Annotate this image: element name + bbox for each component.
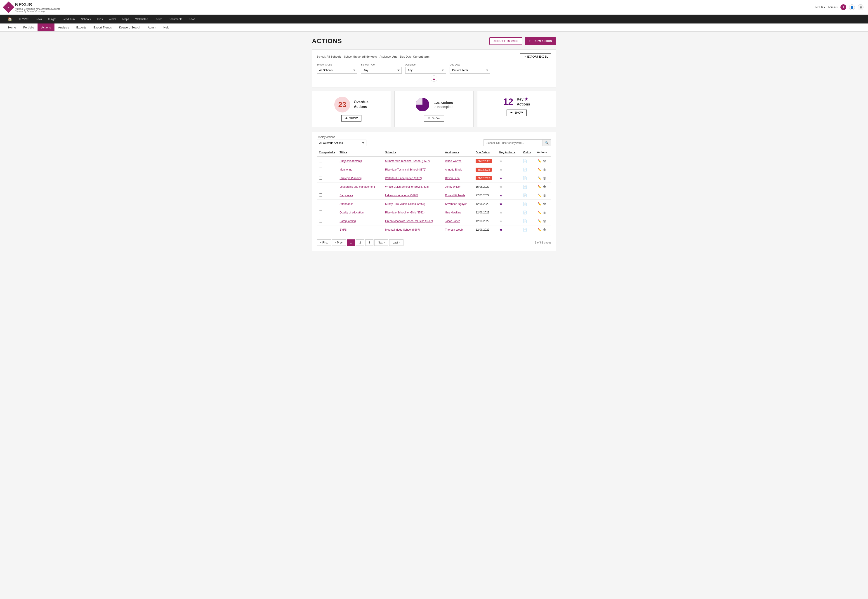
search-input[interactable] <box>484 140 542 146</box>
visit-doc-empty[interactable]: 📄 <box>523 211 527 214</box>
title-link[interactable]: EYFS <box>340 228 347 231</box>
completed-checkbox[interactable] <box>319 228 322 231</box>
school-link[interactable]: Summerville Technical School (3627) <box>385 160 430 163</box>
key-action-star-empty[interactable]: ★ <box>499 168 503 172</box>
delete-icon[interactable]: 🗑 <box>543 219 546 223</box>
nav1-nova[interactable]: Nova <box>32 15 45 23</box>
nav1-pendulum[interactable]: Pendulum <box>59 15 78 23</box>
assignee-link[interactable]: Jacob Jones <box>445 220 460 223</box>
next-page-button[interactable]: Next › <box>374 239 388 246</box>
delete-icon[interactable]: 🗑 <box>543 194 546 197</box>
first-page-button[interactable]: « First <box>317 239 331 246</box>
nav2-keyword-search[interactable]: Keyword Search <box>115 24 144 32</box>
assignee-link[interactable]: Wade Warren <box>445 160 462 163</box>
edit-icon[interactable]: ✏️ <box>537 228 541 232</box>
edit-icon[interactable]: ✏️ <box>537 185 541 189</box>
user-icon[interactable]: 👤 <box>849 4 855 10</box>
key-action-star-filled[interactable]: ★ <box>499 193 503 197</box>
delete-icon[interactable]: 🗑 <box>543 228 546 232</box>
delete-icon[interactable]: 🗑 <box>543 159 546 163</box>
nav2-actions[interactable]: Actions <box>38 24 54 32</box>
visit-doc-icon[interactable]: 📄 <box>523 202 527 206</box>
school-link[interactable]: Whale Gulch School for Boys (7535) <box>385 185 429 188</box>
nav1-keypas[interactable]: KEYPAS <box>15 15 32 23</box>
edit-icon[interactable]: ✏️ <box>537 219 541 223</box>
actions-show-button[interactable]: 👁 SHOW <box>424 115 444 122</box>
assignee-link[interactable]: Savannah Nguyen <box>445 202 468 206</box>
school-link[interactable]: Lakewood Academy (5268) <box>385 194 418 197</box>
visit-doc-empty[interactable]: 📄 <box>523 228 527 232</box>
school-link[interactable]: Riverdale Technical School (8372) <box>385 168 426 171</box>
nav1-home[interactable]: 🏠 <box>5 15 15 24</box>
completed-checkbox[interactable] <box>319 193 322 197</box>
school-link[interactable]: Mountainridge School (6567) <box>385 228 420 231</box>
completed-checkbox[interactable] <box>319 185 322 188</box>
assignee-link[interactable]: Guy Hawkins <box>445 211 461 214</box>
about-page-button[interactable]: ABOUT THIS PAGE <box>489 37 522 45</box>
new-action-button[interactable]: ✚ + NEW ACTION <box>525 37 556 45</box>
title-link[interactable]: Attendance <box>340 202 353 206</box>
nav1-schools[interactable]: Schools <box>78 15 94 23</box>
assignee-select[interactable]: Any Assignee 1 Assignee 2 <box>405 67 446 74</box>
edit-icon[interactable]: ✏️ <box>537 168 541 172</box>
visit-doc-icon[interactable]: 📄 <box>523 219 527 223</box>
visit-doc-empty[interactable]: 📄 <box>523 159 527 163</box>
edit-icon[interactable]: ✏️ <box>537 159 541 163</box>
delete-icon[interactable]: 🗑 <box>543 176 546 180</box>
school-link[interactable]: Waterford Kindergarten (6382) <box>385 177 422 180</box>
collapse-button[interactable]: ▲ <box>431 75 437 82</box>
page-3-button[interactable]: 3 <box>365 239 374 246</box>
nav1-watchsted[interactable]: Watchsted <box>132 15 151 23</box>
key-action-star-filled[interactable]: ★ <box>499 228 503 232</box>
nav1-insight[interactable]: Insight <box>45 15 59 23</box>
admin-link[interactable]: Admin ▾ <box>828 6 838 9</box>
edit-icon[interactable]: ✏️ <box>537 211 541 214</box>
ncer-link[interactable]: NCER ▾ <box>815 6 825 9</box>
help-icon[interactable]: ? <box>841 4 846 10</box>
export-excel-button[interactable]: ↗ EXPORT EXCEL <box>520 53 551 60</box>
key-action-star-empty[interactable]: ★ <box>499 185 503 189</box>
edit-icon[interactable]: ✏️ <box>537 202 541 206</box>
assignee-link[interactable]: Jenny Wilson <box>445 185 461 188</box>
school-link[interactable]: Sunny Hills Middle School (2567) <box>385 202 425 206</box>
title-link[interactable]: Leadership and management <box>340 185 375 188</box>
nav2-home[interactable]: Home <box>5 24 20 32</box>
title-link[interactable]: Safeguarding <box>340 220 356 223</box>
key-action-star-empty[interactable]: ★ <box>499 159 503 163</box>
delete-icon[interactable]: 🗑 <box>543 168 546 172</box>
key-action-star-empty[interactable]: ★ <box>499 219 503 223</box>
completed-checkbox[interactable] <box>319 219 322 223</box>
prev-page-button[interactable]: ‹ Prev <box>332 239 346 246</box>
title-link[interactable]: Subject leadership <box>340 160 362 163</box>
assignee-link[interactable]: Annette Black <box>445 168 462 171</box>
assignee-link[interactable]: Theresa Webb <box>445 228 463 231</box>
title-link[interactable]: Strategic Planning <box>340 177 361 180</box>
school-type-select[interactable]: Any Primary Secondary Special <box>361 67 402 74</box>
nav1-maps[interactable]: Maps <box>119 15 132 23</box>
visit-doc-empty[interactable]: 📄 <box>523 176 527 180</box>
display-options-select[interactable]: All Overdue Actions All Actions Complete… <box>317 140 367 146</box>
school-link[interactable]: Riverdale School for Girls (8532) <box>385 211 424 214</box>
title-link[interactable]: Monitoring <box>340 168 352 171</box>
edit-icon[interactable]: ✏️ <box>537 176 541 180</box>
last-page-button[interactable]: Last » <box>389 239 403 246</box>
nav2-exports[interactable]: Exports <box>72 24 90 32</box>
nav1-forum[interactable]: Forum <box>151 15 166 23</box>
visit-doc-empty[interactable]: 📄 <box>523 185 527 189</box>
nav2-portfolio[interactable]: Portfolio <box>20 24 38 32</box>
nav2-admin[interactable]: Admin <box>144 24 160 32</box>
school-link[interactable]: Green Meadows School for Girls (3567) <box>385 220 433 223</box>
nav2-analysis[interactable]: Analysis <box>54 24 72 32</box>
due-date-select[interactable]: Current Term Next Term This Year <box>450 67 490 74</box>
key-action-star-filled[interactable]: ★ <box>499 176 503 180</box>
key-action-star-empty[interactable]: ★ <box>499 211 503 214</box>
page-2-button[interactable]: 2 <box>356 239 364 246</box>
completed-checkbox[interactable] <box>319 168 322 171</box>
nav1-documents[interactable]: Documents <box>166 15 186 23</box>
key-show-button[interactable]: 👁 SHOW <box>507 110 527 116</box>
delete-icon[interactable]: 🗑 <box>543 202 546 206</box>
nav2-export-trends[interactable]: Export Trends <box>90 24 116 32</box>
completed-checkbox[interactable] <box>319 202 322 205</box>
visit-doc-icon[interactable]: 📄 <box>523 168 527 172</box>
visit-doc-empty[interactable]: 📄 <box>523 193 527 197</box>
